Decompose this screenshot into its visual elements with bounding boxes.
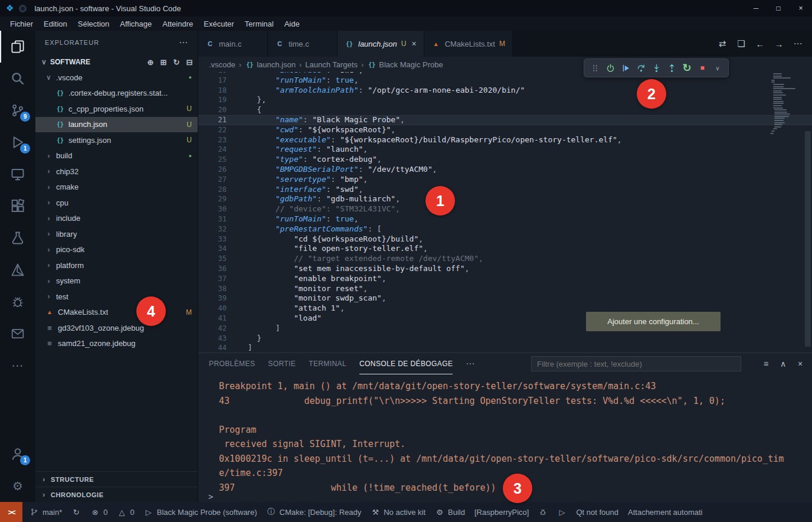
folder-item[interactable]: ›pico-sdk: [35, 242, 198, 258]
line-number[interactable]: 19: [198, 95, 227, 105]
status-sync[interactable]: ↻: [67, 502, 86, 522]
line-number[interactable]: 32: [198, 224, 227, 234]
activity-accounts[interactable]: 1: [0, 438, 35, 470]
code-line[interactable]: 24 "request": "launch",: [198, 145, 812, 155]
new-folder-icon[interactable]: ⊞: [159, 57, 168, 67]
line-number[interactable]: 29: [198, 194, 227, 204]
folder-item[interactable]: ›platform: [35, 257, 198, 273]
line-number[interactable]: 20: [198, 105, 227, 115]
code-line[interactable]: 35 // "target extended-remote /dev/ttyAC…: [198, 254, 812, 264]
close-button[interactable]: ×: [790, 0, 812, 17]
line-number[interactable]: 39: [198, 293, 227, 304]
code-line[interactable]: 32 "preRestartCommands": [: [198, 224, 812, 234]
line-number[interactable]: 38: [198, 284, 227, 294]
status-warnings[interactable]: △0: [112, 502, 139, 522]
more-actions-icon[interactable]: ⋯: [793, 39, 803, 48]
folder-item[interactable]: ›test: [35, 289, 198, 305]
sidebar-section-chronologie[interactable]: ›CHRONOLOGIE: [35, 487, 198, 502]
status-cmake-status[interactable]: ⓘCMake: [Debug]: Ready: [262, 502, 366, 522]
editor-tab[interactable]: ▲CMakeLists.txtM: [424, 31, 513, 57]
views-and-more-actions-icon[interactable]: ⋯: [179, 38, 188, 47]
file-item[interactable]: ≡samd21_ozone.jdebug: [35, 336, 198, 352]
activity-explorer[interactable]: [0, 31, 35, 63]
code-line[interactable]: 43 }: [198, 334, 812, 344]
minimap[interactable]: [770, 73, 803, 135]
menu-item[interactable]: Fichier: [5, 17, 38, 31]
debug-step-out-button[interactable]: [664, 60, 679, 76]
debug-console-filter-input[interactable]: [531, 356, 741, 371]
line-number[interactable]: 37: [198, 274, 227, 284]
status-auto-attach[interactable]: Attachement automati: [623, 502, 707, 522]
line-number[interactable]: 17: [198, 76, 227, 86]
folder-item[interactable]: ›system: [35, 273, 198, 289]
file-item[interactable]: {}.cortex-debug.registers.stat...: [35, 86, 198, 102]
code-line[interactable]: 25 "type": "cortex-debug",: [198, 155, 812, 165]
minimize-button[interactable]: ─: [745, 0, 767, 17]
code-line[interactable]: 19 },: [198, 95, 812, 105]
code-line[interactable]: 28 "interface": "swd",: [198, 185, 812, 195]
line-number[interactable]: 31: [198, 214, 227, 224]
panel-tab[interactable]: PROBLÈMES: [209, 353, 255, 374]
navigate-back-icon[interactable]: ←: [755, 39, 765, 48]
activity-settings[interactable]: ⚙: [0, 470, 35, 502]
line-number[interactable]: 30: [198, 204, 227, 214]
editor-tab[interactable]: Ctime.c: [268, 31, 338, 57]
folder-item[interactable]: ∨.vscode●: [35, 70, 198, 86]
panel-tab[interactable]: CONSOLE DE DÉBOGAGE: [359, 353, 453, 374]
code-line[interactable]: 29 "gdbPath": "gdb-multiarch",: [198, 194, 812, 204]
file-item[interactable]: ≡gd32vf103_ozone.jdebug: [35, 320, 198, 336]
status-remote[interactable]: ><: [0, 502, 22, 522]
activity-search[interactable]: [0, 63, 35, 94]
activity-run-and-debug[interactable]: 1: [0, 126, 35, 158]
code-line[interactable]: 22 "cwd": "${workspaceRoot}",: [198, 125, 812, 135]
line-number[interactable]: 23: [198, 135, 227, 145]
folder-item[interactable]: ›chip32: [35, 164, 198, 180]
code-editor[interactable]: 16 "interface": "swd",17 "runToMain": tr…: [198, 72, 812, 353]
code-line[interactable]: 44 ]: [198, 343, 812, 353]
menu-item[interactable]: Atteindre: [157, 17, 198, 31]
panel-more-actions-icon[interactable]: ⋯: [466, 359, 475, 368]
line-number[interactable]: 44: [198, 343, 227, 353]
folder-item[interactable]: ›include: [35, 211, 198, 227]
maximize-panel-icon[interactable]: ∧: [778, 359, 788, 368]
file-item[interactable]: {}c_cpp_properties.jsonU: [35, 101, 198, 117]
folder-item[interactable]: ›cmake: [35, 180, 198, 195]
folder-item[interactable]: ›build●: [35, 148, 198, 164]
code-line[interactable]: 37 "enable breakpoint",: [198, 274, 812, 284]
activity-cortex-debug[interactable]: [0, 286, 35, 318]
status-debug-target[interactable]: [533, 502, 552, 522]
line-number[interactable]: 42: [198, 324, 227, 334]
menu-item[interactable]: Sélection: [73, 17, 114, 31]
status-build[interactable]: ⚙Build: [430, 502, 470, 522]
code-line[interactable]: 18 "armToolchainPath": "/opt/gcc-arm-non…: [198, 86, 812, 96]
panel-tab[interactable]: SORTIE: [268, 353, 296, 374]
workspace-section-header[interactable]: ∨ SOFTWARE ⊕⊞↻⊟: [35, 54, 198, 70]
code-line[interactable]: 23 "executable": "${workspaceRoot}/build…: [198, 135, 812, 145]
navigate-forward-icon[interactable]: →: [774, 39, 784, 48]
code-line[interactable]: 39 "monitor swdp_scan",: [198, 293, 812, 304]
activity-more-views[interactable]: ⋯: [0, 350, 35, 381]
debug-step-over-button[interactable]: [633, 60, 649, 76]
code-line[interactable]: 33 "cd ${workspaceRoot}/build",: [198, 234, 812, 244]
editor-tab[interactable]: {}launch.jsonU×: [338, 31, 424, 57]
code-line[interactable]: 21 "name": "Black Magic Probe",: [198, 115, 812, 125]
menu-item[interactable]: Edition: [38, 17, 73, 31]
collapse-all-icon[interactable]: ⊟: [185, 57, 194, 67]
line-number[interactable]: 43: [198, 334, 227, 344]
line-number[interactable]: 33: [198, 234, 227, 244]
code-line[interactable]: 26 "BMPGDBSerialPort": "/dev/ttyACM0",: [198, 165, 812, 175]
line-number[interactable]: 35: [198, 254, 227, 264]
debug-grip-button[interactable]: [587, 60, 603, 76]
line-number[interactable]: 24: [198, 145, 227, 155]
line-number[interactable]: 27: [198, 175, 227, 185]
scrollbar-thumb[interactable]: [805, 131, 811, 347]
console-prompt-icon[interactable]: >: [208, 492, 213, 501]
split-editor-icon[interactable]: ❏: [736, 39, 746, 48]
activity-extensions[interactable]: [0, 190, 35, 222]
breadcrumb-item[interactable]: .vscode: [209, 60, 235, 69]
debug-restart-button[interactable]: ↻: [679, 60, 695, 76]
file-item[interactable]: {}launch.jsonU: [35, 117, 198, 133]
sidebar-section-structure[interactable]: ›STRUCTURE: [35, 471, 198, 487]
breadcrumb-item[interactable]: Launch Targets: [305, 60, 358, 69]
panel-tab[interactable]: TERMINAL: [309, 353, 346, 374]
